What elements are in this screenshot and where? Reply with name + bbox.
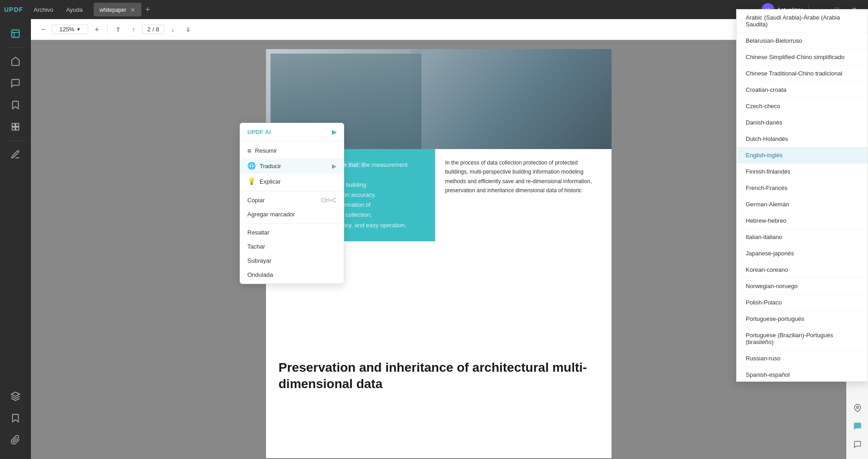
lang-item-english[interactable]: English-inglés <box>737 147 868 164</box>
nav-next-button[interactable]: ↓ <box>166 23 180 36</box>
ctx-separator-1 <box>240 141 344 141</box>
explain-label: Explicar <box>260 178 281 185</box>
language-dropdown: Arabic (Saudi Arabia)-Árabe (Arabia Saud… <box>736 9 868 382</box>
copy-shortcut: Ctrl+C <box>321 197 336 204</box>
add-tab-button[interactable]: + <box>142 4 153 15</box>
pdf-right-column: In the process of data collection protec… <box>435 149 612 205</box>
svg-rect-3 <box>12 124 15 126</box>
underline-label: Subrayar <box>247 257 271 264</box>
lang-item-japanese[interactable]: Japanese-japonés <box>737 245 868 262</box>
sidebar-icon-comment[interactable] <box>5 73 25 93</box>
svg-rect-4 <box>16 124 19 126</box>
sidebar-icon-sign[interactable] <box>5 145 25 165</box>
tab-area: whitepaper ✕ + <box>94 3 762 16</box>
nav-first-button[interactable]: ⇑ <box>111 23 125 36</box>
sidebar-icon-layers[interactable] <box>5 386 25 406</box>
lang-item-spanish[interactable]: Spanish-español <box>737 367 868 382</box>
lang-item-portuguese[interactable]: Portuguese-portugués <box>737 311 868 327</box>
app-logo: UPDF <box>0 0 27 19</box>
lang-item-belarusian[interactable]: Belarusian-Bielorruso <box>737 33 868 49</box>
toolbar-divider-1 <box>107 25 108 34</box>
tab-label: whitepaper <box>100 7 126 13</box>
zoom-in-button[interactable]: + <box>90 23 104 36</box>
translate-label: Traducir <box>260 163 281 170</box>
pdf-heading: Preservation and inheritance of architec… <box>279 359 599 393</box>
sidebar-icon-pages[interactable] <box>5 117 25 137</box>
ctx-wavy[interactable]: Ondulada <box>240 268 344 282</box>
pdf-right-text: In the process of data collection protec… <box>445 160 592 194</box>
page-total: 8 <box>156 26 159 33</box>
page-display[interactable]: 2 / 8 <box>142 25 164 34</box>
ai-label: UPDF AI <box>247 129 271 135</box>
zoom-level-text: 125% <box>59 26 74 33</box>
nav-prev-fast-button[interactable]: ↑ <box>127 23 140 36</box>
menu-ayuda[interactable]: Ayuda <box>60 0 89 19</box>
zoom-out-button[interactable]: − <box>36 23 50 36</box>
copy-label: Copiar <box>247 197 265 204</box>
menu-archivo[interactable]: Archivo <box>27 0 60 19</box>
bookmark-label: Agregar marcador <box>247 211 295 218</box>
svg-marker-7 <box>11 392 20 396</box>
ctx-explain[interactable]: 💡 Explicar <box>240 174 344 189</box>
svg-point-13 <box>856 406 858 409</box>
lang-item-arabic[interactable]: Arabic (Saudi Arabia)-Árabe (Arabia Saud… <box>737 10 868 33</box>
sidebar-icon-edit[interactable] <box>5 24 25 44</box>
ctx-translate[interactable]: 🌐 Traducir ▶ <box>240 158 344 174</box>
explain-icon: 💡 <box>247 177 256 185</box>
lang-item-russian[interactable]: Russian-ruso <box>737 350 868 367</box>
sidebar-divider-1 <box>6 47 25 48</box>
summarize-icon: ≡ <box>247 147 251 155</box>
lang-item-czech[interactable]: Czech-checo <box>737 98 868 115</box>
lang-item-norwegian[interactable]: Norwegian-noruego <box>737 278 868 294</box>
ctx-highlight[interactable]: Resaltar <box>240 225 344 239</box>
lang-item-dutch[interactable]: Dutch-Holandés <box>737 131 868 147</box>
lang-item-italian[interactable]: Italian-italiano <box>737 229 868 245</box>
left-sidebar <box>0 19 31 459</box>
highlight-label: Resaltar <box>247 229 269 236</box>
sidebar-icon-home[interactable] <box>5 51 25 71</box>
wavy-label: Ondulada <box>247 271 273 278</box>
translate-icon: 🌐 <box>247 162 256 170</box>
page-separator: / <box>152 26 154 33</box>
lang-item-chinese-simplified[interactable]: Chinese Simplified-Chino simplificado <box>737 49 868 65</box>
sidebar-divider-2 <box>6 140 25 141</box>
context-menu-ai[interactable]: UPDF AI ▶ <box>240 125 344 139</box>
ctx-summarize[interactable]: ≡ Resumir <box>240 143 344 158</box>
lang-item-polish[interactable]: Polish-Polaco <box>737 294 868 311</box>
svg-rect-6 <box>16 127 19 130</box>
sidebar-icon-bookmark2[interactable] <box>5 408 25 428</box>
sidebar-icon-attach[interactable] <box>5 430 25 450</box>
summarize-label: Resumir <box>255 147 277 154</box>
translate-arrow-icon: ▶ <box>332 163 336 170</box>
zoom-display[interactable]: 125% ▼ <box>52 25 88 34</box>
lang-item-danish[interactable]: Danish-danés <box>737 115 868 131</box>
svg-rect-5 <box>12 127 15 130</box>
lang-item-hebrew[interactable]: Hebrew-hebreo <box>737 213 868 229</box>
lang-item-chinese-traditional[interactable]: Chinese Traditional-Chino tradicional <box>737 65 868 82</box>
svg-rect-0 <box>12 30 20 38</box>
right-sidebar-comment2[interactable] <box>849 436 866 453</box>
page-current: 2 <box>147 26 151 33</box>
lang-item-portuguese-br[interactable]: Portuguese (Brazilian)-Portugués (brasil… <box>737 327 868 350</box>
tab-close-icon[interactable]: ✕ <box>130 6 135 14</box>
ctx-underline[interactable]: Subrayar <box>240 254 344 268</box>
lang-item-german[interactable]: German-Alemán <box>737 196 868 213</box>
tab-whitepaper[interactable]: whitepaper ✕ <box>94 3 141 16</box>
right-sidebar-chat[interactable] <box>849 418 866 434</box>
ai-arrow-icon: ▶ <box>332 129 336 135</box>
ctx-strikethrough[interactable]: Tachar <box>240 239 344 254</box>
sidebar-icon-bookmark[interactable] <box>5 95 25 115</box>
context-menu: UPDF AI ▶ ≡ Resumir 🌐 Traducir ▶ 💡 Expli… <box>240 123 344 284</box>
nav-last-button[interactable]: ⇓ <box>181 23 195 36</box>
ctx-copy[interactable]: Copiar Ctrl+C <box>240 193 344 207</box>
lang-item-croatian[interactable]: Croatian-croata <box>737 82 868 98</box>
pdf-bottom-section: Preservation and inheritance of architec… <box>266 346 612 393</box>
lang-item-finnish[interactable]: Finnish-finlandés <box>737 164 868 180</box>
ctx-separator-2 <box>240 191 344 191</box>
strikethrough-label: Tachar <box>247 243 265 250</box>
lang-item-korean[interactable]: Korean-coreano <box>737 262 868 278</box>
right-sidebar-pin[interactable] <box>849 400 866 416</box>
lang-item-french[interactable]: French-Francés <box>737 180 868 196</box>
ctx-bookmark[interactable]: Agregar marcador <box>240 207 344 221</box>
ctx-separator-3 <box>240 223 344 224</box>
